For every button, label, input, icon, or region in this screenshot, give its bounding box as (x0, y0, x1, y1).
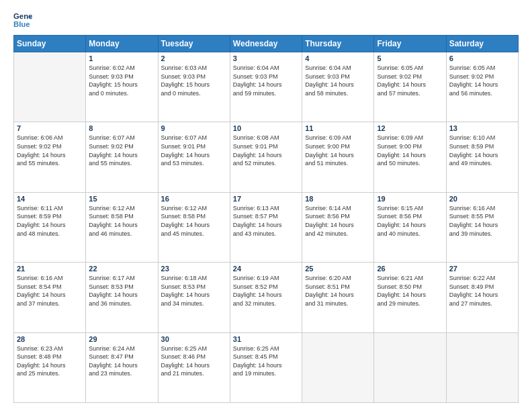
calendar-cell: 13Sunrise: 6:10 AM Sunset: 8:59 PM Dayli… (446, 122, 518, 192)
day-info: Sunrise: 6:14 AM Sunset: 8:56 PM Dayligh… (305, 204, 371, 238)
day-info: Sunrise: 6:10 AM Sunset: 8:59 PM Dayligh… (449, 134, 515, 167)
weekday-header-row: SundayMondayTuesdayWednesdayThursdayFrid… (14, 36, 519, 52)
weekday-header-cell: Saturday (446, 36, 518, 52)
day-number: 31 (233, 335, 299, 343)
day-info: Sunrise: 6:03 AM Sunset: 9:03 PM Dayligh… (161, 64, 227, 97)
calendar-cell: 24Sunrise: 6:19 AM Sunset: 8:52 PM Dayli… (230, 263, 302, 332)
day-number: 25 (305, 265, 371, 273)
svg-text:Blue: Blue (13, 20, 30, 28)
day-info: Sunrise: 6:12 AM Sunset: 8:58 PM Dayligh… (161, 204, 227, 238)
week-row: 21Sunrise: 6:16 AM Sunset: 8:54 PM Dayli… (14, 263, 519, 332)
day-info: Sunrise: 6:09 AM Sunset: 9:00 PM Dayligh… (305, 134, 371, 167)
day-info: Sunrise: 6:04 AM Sunset: 9:03 PM Dayligh… (233, 64, 299, 97)
calendar-cell: 19Sunrise: 6:15 AM Sunset: 8:56 PM Dayli… (374, 192, 446, 262)
day-info: Sunrise: 6:08 AM Sunset: 9:01 PM Dayligh… (233, 134, 299, 167)
calendar-cell: 11Sunrise: 6:09 AM Sunset: 9:00 PM Dayli… (302, 122, 374, 192)
day-info: Sunrise: 6:15 AM Sunset: 8:56 PM Dayligh… (377, 204, 443, 238)
day-info: Sunrise: 6:05 AM Sunset: 9:02 PM Dayligh… (449, 64, 515, 97)
calendar-cell: 7Sunrise: 6:06 AM Sunset: 9:02 PM Daylig… (14, 122, 86, 192)
day-number: 18 (305, 195, 371, 203)
day-number: 20 (449, 195, 515, 203)
calendar-cell: 20Sunrise: 6:16 AM Sunset: 8:55 PM Dayli… (446, 192, 518, 262)
day-number: 13 (449, 124, 515, 132)
calendar-cell (14, 52, 86, 122)
calendar-cell: 14Sunrise: 6:11 AM Sunset: 8:59 PM Dayli… (14, 192, 86, 262)
calendar-cell: 31Sunrise: 6:25 AM Sunset: 8:45 PM Dayli… (230, 332, 302, 402)
calendar-cell: 15Sunrise: 6:12 AM Sunset: 8:58 PM Dayli… (86, 192, 158, 262)
calendar-cell: 6Sunrise: 6:05 AM Sunset: 9:02 PM Daylig… (446, 52, 518, 122)
calendar-page: General Blue SundayMondayTuesdayWednesda… (0, 0, 532, 411)
calendar-cell: 9Sunrise: 6:07 AM Sunset: 9:01 PM Daylig… (158, 122, 230, 192)
calendar-cell (446, 332, 518, 402)
calendar-cell: 29Sunrise: 6:24 AM Sunset: 8:47 PM Dayli… (86, 332, 158, 402)
day-info: Sunrise: 6:09 AM Sunset: 9:00 PM Dayligh… (377, 134, 443, 167)
week-row: 28Sunrise: 6:23 AM Sunset: 8:48 PM Dayli… (14, 332, 519, 402)
calendar-cell: 27Sunrise: 6:22 AM Sunset: 8:49 PM Dayli… (446, 263, 518, 332)
logo-icon: General Blue (13, 11, 32, 30)
calendar-table: SundayMondayTuesdayWednesdayThursdayFrid… (13, 35, 519, 403)
calendar-cell (374, 332, 446, 402)
day-number: 7 (17, 124, 83, 132)
weekday-header-cell: Wednesday (230, 36, 302, 52)
day-info: Sunrise: 6:25 AM Sunset: 8:46 PM Dayligh… (161, 345, 227, 378)
day-info: Sunrise: 6:23 AM Sunset: 8:48 PM Dayligh… (17, 345, 83, 378)
day-info: Sunrise: 6:20 AM Sunset: 8:51 PM Dayligh… (305, 274, 371, 308)
calendar-cell: 12Sunrise: 6:09 AM Sunset: 9:00 PM Dayli… (374, 122, 446, 192)
day-info: Sunrise: 6:04 AM Sunset: 9:03 PM Dayligh… (305, 64, 371, 97)
day-number: 22 (89, 265, 154, 273)
day-number: 16 (161, 195, 227, 203)
day-number: 29 (89, 335, 154, 343)
calendar-cell: 22Sunrise: 6:17 AM Sunset: 8:53 PM Dayli… (86, 263, 158, 332)
calendar-cell: 17Sunrise: 6:13 AM Sunset: 8:57 PM Dayli… (230, 192, 302, 262)
day-info: Sunrise: 6:16 AM Sunset: 8:55 PM Dayligh… (449, 204, 515, 238)
calendar-cell: 16Sunrise: 6:12 AM Sunset: 8:58 PM Dayli… (158, 192, 230, 262)
day-number: 28 (17, 335, 83, 343)
day-info: Sunrise: 6:13 AM Sunset: 8:57 PM Dayligh… (233, 204, 299, 238)
day-number: 23 (161, 265, 227, 273)
day-info: Sunrise: 6:25 AM Sunset: 8:45 PM Dayligh… (233, 345, 299, 378)
calendar-cell: 4Sunrise: 6:04 AM Sunset: 9:03 PM Daylig… (302, 52, 374, 122)
day-info: Sunrise: 6:17 AM Sunset: 8:53 PM Dayligh… (89, 274, 154, 308)
calendar-cell: 26Sunrise: 6:21 AM Sunset: 8:50 PM Dayli… (374, 263, 446, 332)
calendar-cell: 10Sunrise: 6:08 AM Sunset: 9:01 PM Dayli… (230, 122, 302, 192)
day-number: 17 (233, 195, 299, 203)
day-info: Sunrise: 6:11 AM Sunset: 8:59 PM Dayligh… (17, 204, 83, 238)
day-number: 30 (161, 335, 227, 343)
day-number: 8 (89, 124, 154, 132)
day-number: 21 (17, 265, 83, 273)
day-number: 10 (233, 124, 299, 132)
calendar-cell: 5Sunrise: 6:05 AM Sunset: 9:02 PM Daylig… (374, 52, 446, 122)
calendar-cell: 8Sunrise: 6:07 AM Sunset: 9:02 PM Daylig… (86, 122, 158, 192)
day-info: Sunrise: 6:16 AM Sunset: 8:54 PM Dayligh… (17, 274, 83, 308)
weekday-header-cell: Tuesday (158, 36, 230, 52)
day-number: 26 (377, 265, 443, 273)
day-info: Sunrise: 6:06 AM Sunset: 9:02 PM Dayligh… (17, 134, 83, 167)
svg-text:General: General (13, 12, 32, 20)
day-number: 4 (305, 54, 371, 62)
day-info: Sunrise: 6:12 AM Sunset: 8:58 PM Dayligh… (89, 204, 154, 238)
day-number: 14 (17, 195, 83, 203)
day-number: 27 (449, 265, 515, 273)
day-info: Sunrise: 6:18 AM Sunset: 8:53 PM Dayligh… (161, 274, 227, 308)
header: General Blue (13, 11, 519, 30)
day-number: 3 (233, 54, 299, 62)
calendar-cell: 25Sunrise: 6:20 AM Sunset: 8:51 PM Dayli… (302, 263, 374, 332)
day-info: Sunrise: 6:19 AM Sunset: 8:52 PM Dayligh… (233, 274, 299, 308)
day-info: Sunrise: 6:21 AM Sunset: 8:50 PM Dayligh… (377, 274, 443, 308)
day-number: 9 (161, 124, 227, 132)
week-row: 1Sunrise: 6:02 AM Sunset: 9:03 PM Daylig… (14, 52, 519, 122)
calendar-cell: 21Sunrise: 6:16 AM Sunset: 8:54 PM Dayli… (14, 263, 86, 332)
day-number: 11 (305, 124, 371, 132)
calendar-cell: 18Sunrise: 6:14 AM Sunset: 8:56 PM Dayli… (302, 192, 374, 262)
day-number: 5 (377, 54, 443, 62)
calendar-cell: 1Sunrise: 6:02 AM Sunset: 9:03 PM Daylig… (86, 52, 158, 122)
day-number: 12 (377, 124, 443, 132)
weekday-header-cell: Friday (374, 36, 446, 52)
day-info: Sunrise: 6:07 AM Sunset: 9:01 PM Dayligh… (161, 134, 227, 167)
weekday-header-cell: Monday (86, 36, 158, 52)
day-number: 1 (89, 54, 154, 62)
calendar-cell: 23Sunrise: 6:18 AM Sunset: 8:53 PM Dayli… (158, 263, 230, 332)
logo: General Blue (13, 11, 32, 30)
calendar-cell: 30Sunrise: 6:25 AM Sunset: 8:46 PM Dayli… (158, 332, 230, 402)
weekday-header-cell: Sunday (14, 36, 86, 52)
